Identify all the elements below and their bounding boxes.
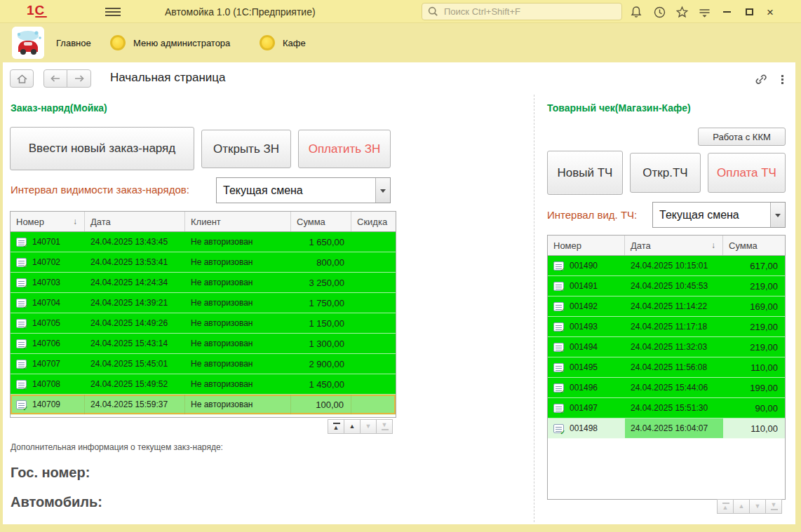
kkm-button[interactable]: Работа с ККМ [698,128,786,146]
column-header[interactable]: Дата [85,212,185,231]
minimize-button[interactable] [718,4,735,20]
cell-number: 140709 [11,395,85,414]
table-row[interactable]: 14070924.04.2025 15:59:37Не авторизован1… [11,395,396,415]
cell-client: Не авторизован [185,232,291,252]
cell-sum: 617,00 [723,256,785,275]
nav-item-menu-administratora[interactable]: Меню администратора [133,38,230,48]
order-interval-select[interactable]: Текущая смена [216,177,391,203]
table-row[interactable]: 00149524.04.2025 11:56:08110,00 [548,357,785,378]
cell-sum: 110,00 [723,418,785,438]
scroll-last-button[interactable]: ▼ [376,419,393,434]
pay-receipt-button[interactable]: Оплата ТЧ [708,153,786,193]
cell-sum: 110,00 [723,357,785,377]
table-row[interactable]: 14070424.04.2025 14:39:21Не авторизован1… [11,293,396,313]
cell-discount [351,293,396,313]
cell-sum: 219,00 [723,276,785,296]
notifications-bell-icon[interactable] [628,4,645,20]
service-menu-icon[interactable] [696,4,713,20]
more-menu-icon[interactable] [776,71,788,88]
document-icon [553,282,564,291]
cell-number: 140704 [11,293,85,313]
column-header[interactable]: Дата↓ [625,236,723,255]
scroll-down-button[interactable]: ▼ [360,419,377,434]
cell-date: 24.04.2025 16:04:07 [625,418,723,438]
titlebar: 1С Автомойка 1.0 (1С:Предприятие) × [0,0,801,23]
cell-discount [351,354,396,374]
cell-date: 24.04.2025 11:32:03 [625,337,723,357]
link-icon[interactable] [753,71,769,87]
scroll-first-button[interactable]: ▲ [717,499,734,514]
scroll-down-button[interactable]: ▼ [749,499,766,514]
main-menu-icon[interactable] [105,6,121,18]
back-button[interactable] [43,69,67,88]
new-order-button[interactable]: Ввести новый заказ-наряд [10,127,194,170]
chevron-down-icon[interactable] [375,178,390,203]
scroll-up-button[interactable]: ▲ [733,499,750,514]
cell-number: 140703 [11,273,85,292]
table-row[interactable]: 00149124.04.2025 10:45:53219,00 [548,276,785,296]
table-row[interactable]: 00149224.04.2025 11:14:22169,00 [548,296,785,317]
cell-date: 24.04.2025 14:49:26 [85,313,185,333]
document-icon [16,258,27,267]
table-row[interactable]: 14070824.04.2025 15:49:52Не авторизован1… [11,374,396,395]
document-icon [553,261,564,271]
nav-item-kafe[interactable]: Кафе [283,38,306,48]
cell-date: 24.04.2025 15:49:52 [85,374,185,394]
document-icon [553,383,564,393]
document-icon [16,360,27,369]
cell-discount [351,273,396,292]
favorites-star-icon[interactable] [673,4,690,20]
table-row[interactable]: 14070724.04.2025 15:45:01Не авторизован2… [11,354,396,374]
cell-date: 24.04.2025 15:44:06 [625,378,723,397]
cell-sum: 3 250,00 [291,273,351,292]
table-row[interactable]: 00149424.04.2025 11:32:03219,00 [548,337,785,357]
column-header[interactable]: Скидка [351,212,396,231]
table-row[interactable]: 00149624.04.2025 15:44:06199,00 [548,378,785,398]
scroll-last-button[interactable]: ▼ [765,499,782,514]
cell-number: 001497 [548,398,625,418]
column-header[interactable]: Сумма [291,212,351,231]
scroll-up-button[interactable]: ▲ [344,419,361,434]
nav-item-glavnoe[interactable]: Главное [56,38,91,48]
open-order-button[interactable]: Открыть ЗН [201,130,291,168]
table-row[interactable]: 00149824.04.2025 16:04:07110,00 [548,418,785,439]
maximize-button[interactable] [741,4,758,20]
table-row[interactable]: 14070324.04.2025 14:24:34Не авторизован3… [11,273,396,293]
cell-sum: 1 300,00 [291,334,351,353]
home-button[interactable] [10,69,34,88]
app-logo-icon [12,27,44,59]
cell-sum: 199,00 [723,378,785,397]
table-row[interactable]: 00149324.04.2025 11:17:18219,00 [548,317,785,337]
table-row[interactable]: 00149024.04.2025 10:15:01617,00 [548,256,785,276]
chevron-down-icon[interactable] [770,203,785,227]
cell-number: 001498 [548,418,625,438]
subsystem-circle-icon [260,35,275,50]
column-header[interactable]: Клиент [185,212,291,231]
receipt-interval-label: Интервал вид. ТЧ: [547,209,637,221]
cell-number: 140708 [11,374,85,394]
table-row[interactable]: 14070124.04.2025 13:43:45Не авторизован1… [11,232,396,252]
forward-button[interactable] [67,69,91,88]
table-row[interactable]: 14070224.04.2025 13:53:41Не авторизован8… [11,252,396,273]
cell-date: 24.04.2025 15:45:01 [85,354,185,374]
close-button[interactable]: × [762,4,779,20]
new-receipt-button[interactable]: Новый ТЧ [547,151,623,195]
cell-number: 140702 [11,252,85,272]
pay-order-button[interactable]: Оплатить ЗН [298,130,391,168]
cell-sum: 2 900,00 [291,354,351,374]
table-row[interactable]: 00149724.04.2025 15:51:3090,00 [548,398,785,418]
column-header[interactable]: Номер [548,236,625,255]
app-window: 1С Автомойка 1.0 (1С:Предприятие) × Гл [0,0,801,532]
table-row[interactable]: 14070624.04.2025 15:43:14Не авторизован1… [11,334,396,354]
search-input[interactable] [443,6,616,18]
table-row[interactable]: 14070524.04.2025 14:49:26Не авторизован1… [11,313,396,334]
section-navbar: Главное Меню администратора Кафе [0,24,801,62]
column-header[interactable]: Номер↓ [11,212,85,231]
receipt-interval-select[interactable]: Текущая смена [652,202,786,228]
column-header[interactable]: Сумма [723,236,785,255]
scroll-first-button[interactable]: ▲ [328,419,344,434]
history-icon[interactable] [651,4,668,20]
document-icon [16,278,27,287]
open-receipt-button[interactable]: Откр.ТЧ [630,153,701,193]
cell-sum: 1 150,00 [291,313,351,333]
